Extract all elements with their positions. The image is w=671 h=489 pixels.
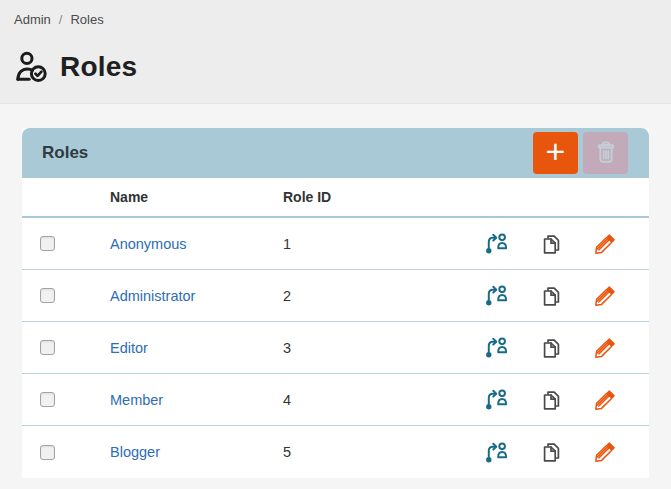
copy-icon (539, 284, 563, 308)
role-name-link[interactable]: Member (110, 392, 163, 408)
row-checkbox[interactable] (40, 392, 55, 407)
breadcrumb-separator: / (59, 12, 63, 27)
pencil-icon (593, 336, 617, 360)
role-id-value: 1 (283, 236, 484, 252)
role-id-value: 5 (283, 444, 484, 460)
edit-button[interactable] (593, 440, 617, 464)
pencil-icon (593, 284, 617, 308)
page-header: Admin / Roles Roles (0, 0, 671, 104)
copy-icon (539, 440, 563, 464)
breadcrumb-admin[interactable]: Admin (14, 12, 51, 27)
roles-table-body: Anonymous 1 (22, 218, 649, 478)
page-title: Roles (60, 51, 137, 83)
table-row: Administrator 2 (22, 270, 649, 322)
pencil-icon (593, 388, 617, 412)
copy-button[interactable] (539, 284, 563, 308)
table-header-row: Name Role ID (22, 178, 649, 218)
user-arrow-icon (484, 231, 509, 256)
edit-button[interactable] (593, 284, 617, 308)
copy-button[interactable] (539, 388, 563, 412)
delete-roles-button[interactable] (583, 132, 628, 174)
pencil-icon (593, 232, 617, 256)
copy-icon (539, 336, 563, 360)
role-id-value: 2 (283, 288, 484, 304)
permissions-button[interactable] (484, 231, 509, 256)
copy-button[interactable] (539, 336, 563, 360)
row-checkbox[interactable] (40, 288, 55, 303)
add-role-button[interactable]: + (533, 132, 578, 174)
role-name-link[interactable]: Anonymous (110, 236, 187, 252)
row-checkbox[interactable] (40, 445, 55, 460)
column-header-role-id: Role ID (283, 189, 649, 205)
role-name-link[interactable]: Editor (110, 340, 148, 356)
role-id-value: 4 (283, 392, 484, 408)
panel-header: Roles + (22, 128, 649, 178)
permissions-button[interactable] (484, 387, 509, 412)
user-arrow-icon (484, 335, 509, 360)
plus-icon: + (546, 134, 566, 168)
breadcrumb-roles: Roles (70, 12, 103, 27)
role-name-link[interactable]: Blogger (110, 444, 160, 460)
copy-button[interactable] (539, 232, 563, 256)
user-arrow-icon (484, 387, 509, 412)
roles-panel: Roles + Nam (22, 128, 649, 478)
role-id-value: 3 (283, 340, 484, 356)
edit-button[interactable] (593, 232, 617, 256)
user-check-icon (14, 49, 50, 85)
permissions-button[interactable] (484, 440, 509, 465)
row-checkbox[interactable] (40, 340, 55, 355)
table-row: Blogger 5 (22, 426, 649, 478)
table-row: Anonymous 1 (22, 218, 649, 270)
edit-button[interactable] (593, 388, 617, 412)
breadcrumb: Admin / Roles (14, 12, 657, 27)
column-header-name: Name (110, 189, 283, 205)
user-arrow-icon (484, 283, 509, 308)
edit-button[interactable] (593, 336, 617, 360)
copy-button[interactable] (539, 440, 563, 464)
table-row: Member 4 (22, 374, 649, 426)
copy-icon (539, 232, 563, 256)
table-row: Editor 3 (22, 322, 649, 374)
row-checkbox[interactable] (40, 236, 55, 251)
trash-icon (593, 139, 619, 168)
panel-title: Roles (42, 143, 88, 163)
role-name-link[interactable]: Administrator (110, 288, 195, 304)
permissions-button[interactable] (484, 283, 509, 308)
copy-icon (539, 388, 563, 412)
permissions-button[interactable] (484, 335, 509, 360)
pencil-icon (593, 440, 617, 464)
user-arrow-icon (484, 440, 509, 465)
roles-table: Name Role ID Anonymous 1 (22, 178, 649, 478)
